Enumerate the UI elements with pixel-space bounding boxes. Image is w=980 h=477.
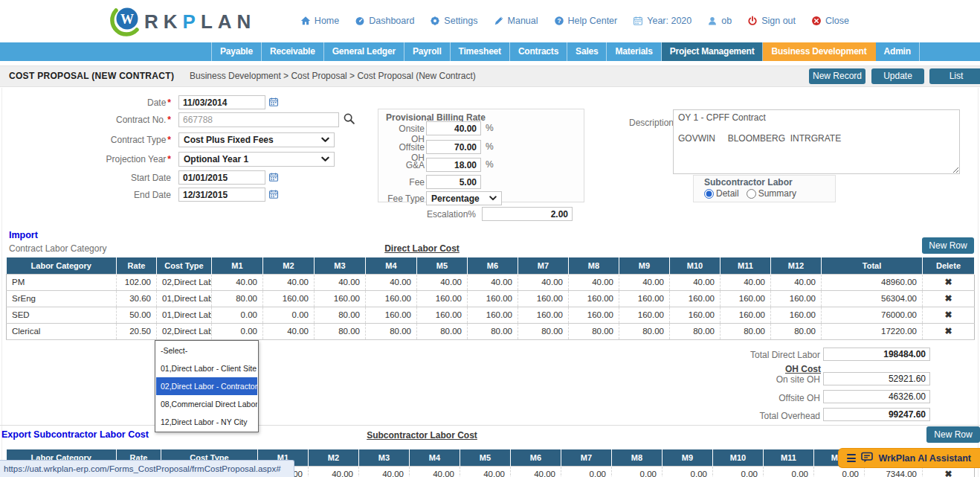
delete-button[interactable]: ✖ — [923, 290, 975, 307]
month-m7-cell[interactable]: 80.00 — [518, 323, 569, 339]
nav-home[interactable]: Home — [300, 16, 339, 26]
month-m2-cell[interactable]: 160.00 — [263, 290, 315, 307]
calendar-icon[interactable] — [268, 189, 279, 199]
labor-category-cell[interactable]: SrEng — [7, 290, 117, 307]
month-m11-cell[interactable]: 0.00 — [764, 466, 814, 477]
cost-type-select[interactable]: 02,Direct Lab — [157, 274, 212, 290]
nav-close[interactable]: Close — [811, 16, 849, 26]
month-m1-cell[interactable]: 40.00 — [212, 274, 263, 290]
tab-receivable[interactable]: Receivable — [262, 42, 324, 61]
fee-input[interactable] — [426, 175, 481, 189]
update-button[interactable]: Update — [871, 68, 924, 84]
dropdown-option[interactable]: -Select- — [156, 342, 257, 359]
radio-input-summary[interactable] — [747, 189, 756, 199]
tab-timesheet[interactable]: Timesheet — [451, 42, 510, 61]
tab-sales[interactable]: Sales — [567, 42, 607, 61]
fee-type-select[interactable]: Percentage — [426, 191, 502, 205]
dropdown-option[interactable]: 08,Commercial Direct Labor — [156, 395, 257, 413]
tab-contracts[interactable]: Contracts — [510, 42, 567, 61]
month-m9-cell[interactable]: 160.00 — [619, 307, 670, 323]
month-m10-cell[interactable]: 80.00 — [670, 323, 721, 339]
nav-user[interactable]: ob — [707, 16, 732, 26]
tab-general-ledger[interactable]: General Ledger — [324, 42, 404, 61]
tab-project-management[interactable]: Project Management — [662, 42, 764, 61]
month-m1-cell[interactable]: 0.00 — [212, 323, 263, 339]
offsite-oh-input[interactable] — [426, 140, 481, 154]
description-textarea[interactable]: OY 1 - CPFF Contract GOVWIN BLOOMBERG IN… — [673, 109, 960, 174]
month-m4-cell[interactable]: 160.00 — [366, 307, 417, 323]
rate-cell[interactable]: 50.00 — [117, 307, 157, 323]
month-m3-cell[interactable]: 40.00 — [315, 274, 366, 290]
end-date-input[interactable] — [178, 188, 265, 202]
radio-detail[interactable]: Detail — [704, 188, 739, 199]
tab-payable[interactable]: Payable — [211, 42, 262, 61]
month-m10-cell[interactable]: 40.00 — [670, 274, 721, 290]
list-button[interactable]: List — [929, 68, 980, 84]
month-m7-cell[interactable]: 160.00 — [518, 307, 569, 323]
month-m3-cell[interactable]: 80.00 — [315, 323, 366, 339]
date-input[interactable] — [178, 95, 265, 109]
nav-manual[interactable]: Manual — [494, 16, 538, 26]
calendar-icon[interactable] — [268, 172, 279, 182]
start-date-input[interactable] — [178, 170, 265, 185]
new-row-button[interactable]: New Row — [922, 237, 974, 254]
month-m8-cell[interactable]: 160.00 — [569, 290, 619, 307]
month-m10-cell[interactable]: 0.00 — [713, 466, 764, 477]
month-m12-cell[interactable]: 80.00 — [771, 323, 822, 339]
projection-year-select[interactable]: Optional Year 1 — [178, 152, 335, 167]
delete-button[interactable]: ✖ — [923, 274, 975, 290]
month-m4-cell[interactable]: 160.00 — [366, 290, 417, 307]
contract-type-select[interactable]: Cost Plus Fixed Fees — [178, 132, 335, 147]
month-m11-cell[interactable]: 40.00 — [721, 274, 771, 290]
radio-summary[interactable]: Summary — [747, 188, 796, 199]
dropdown-option[interactable]: 01,Direct Labor - Client Site — [156, 359, 257, 377]
month-m6-cell[interactable]: 160.00 — [468, 290, 518, 307]
nav-settings[interactable]: Settings — [430, 16, 477, 26]
dropdown-option[interactable]: 12,Direct Labor - NY City — [156, 413, 257, 431]
month-m6-cell[interactable]: 40.00 — [511, 466, 561, 477]
wrkplan-ai-assistant-button[interactable]: WrkPlan AI Assistant — [838, 448, 980, 468]
nav-help-center[interactable]: ?Help Center — [554, 16, 618, 26]
contract-no-input[interactable] — [178, 112, 339, 127]
month-m3-cell[interactable]: 160.00 — [315, 290, 366, 307]
month-m5-cell[interactable]: 160.00 — [417, 307, 468, 323]
rate-cell[interactable]: 20.50 — [117, 323, 157, 339]
month-m2-cell[interactable]: 0.00 — [263, 307, 315, 323]
tab-admin[interactable]: Admin — [876, 42, 920, 61]
month-m7-cell[interactable]: 0.00 — [561, 466, 612, 477]
month-m10-cell[interactable]: 160.00 — [670, 307, 721, 323]
month-m7-cell[interactable]: 160.00 — [518, 290, 569, 307]
month-m8-cell[interactable]: 160.00 — [569, 307, 619, 323]
month-m12-cell[interactable]: 40.00 — [771, 274, 822, 290]
month-m3-cell[interactable]: 40.00 — [359, 466, 410, 477]
month-m9-cell[interactable]: 0.00 — [663, 466, 713, 477]
labor-category-cell[interactable]: Clerical — [7, 323, 117, 339]
month-m8-cell[interactable]: 0.00 — [612, 466, 663, 477]
calendar-icon[interactable] — [268, 97, 279, 107]
dropdown-option[interactable]: 02,Direct Labor - Contractor Site — [156, 377, 257, 395]
month-m5-cell[interactable]: 80.00 — [417, 323, 468, 339]
new-record-button[interactable]: New Record — [809, 68, 865, 84]
tab-payroll[interactable]: Payroll — [404, 42, 451, 61]
month-m9-cell[interactable]: 160.00 — [619, 290, 670, 307]
tab-materials[interactable]: Materials — [607, 42, 661, 61]
month-m1-cell[interactable]: 80.00 — [212, 290, 263, 307]
month-m3-cell[interactable]: 80.00 — [315, 307, 366, 323]
rate-cell[interactable]: 30.60 — [117, 290, 157, 307]
month-m4-cell[interactable]: 40.00 — [366, 274, 417, 290]
new-row-button[interactable]: New Row — [926, 426, 980, 443]
month-m12-cell[interactable]: 160.00 — [771, 290, 822, 307]
delete-button[interactable]: ✖ — [923, 323, 975, 339]
radio-input-detail[interactable] — [704, 189, 714, 199]
month-m4-cell[interactable]: 80.00 — [366, 323, 417, 339]
delete-button[interactable]: ✖ — [923, 307, 975, 323]
month-m2-cell[interactable]: 40.00 — [263, 323, 315, 339]
month-m5-cell[interactable]: 160.00 — [417, 290, 468, 307]
import-link[interactable]: Import — [9, 230, 38, 240]
month-m8-cell[interactable]: 80.00 — [569, 323, 619, 339]
month-m8-cell[interactable]: 40.00 — [569, 274, 619, 290]
month-m5-cell[interactable]: 40.00 — [417, 274, 468, 290]
tab-business-development[interactable]: Business Development — [763, 42, 875, 61]
onsite-oh-input[interactable] — [426, 121, 481, 135]
ga-input[interactable] — [426, 158, 481, 172]
